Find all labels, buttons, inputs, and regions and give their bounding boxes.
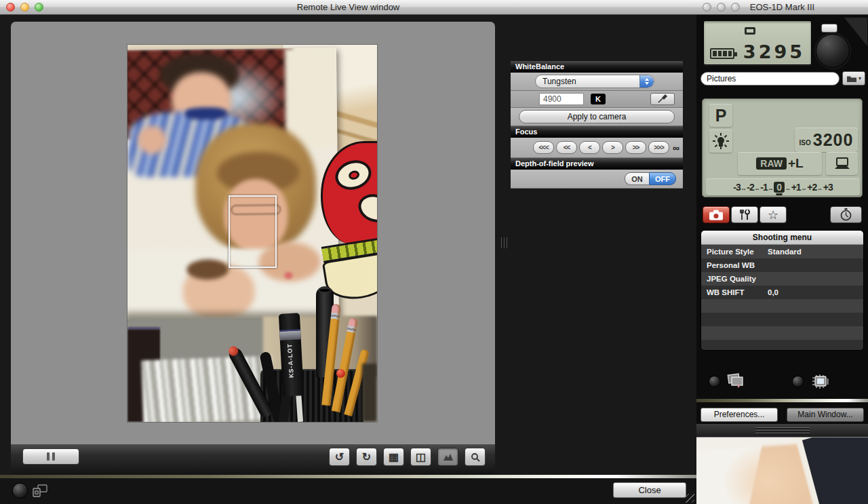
grid-button[interactable]: ▦ [383, 448, 404, 466]
corner-shadow [362, 364, 377, 422]
live-view-toolbar: ↺ ↻ ▦ ◫ [11, 444, 495, 475]
wb-preset-row: Tungsten [511, 73, 683, 91]
split-view-icon: ◫ [416, 450, 426, 463]
dof-row: ON OFF [511, 170, 683, 189]
histogram-button[interactable] [437, 448, 458, 466]
boy-hand [138, 125, 166, 154]
eyedropper-button[interactable] [650, 93, 675, 105]
camera-icon [709, 210, 724, 220]
focus-near-3-button[interactable]: >>> [648, 141, 669, 154]
split-view-button[interactable]: ◫ [410, 448, 431, 466]
scale-zero-marker: 0 [774, 182, 785, 193]
whitebalance-header: WhiteBalance [511, 61, 683, 73]
rotate-left-icon: ↺ [335, 450, 344, 463]
focus-row: <<< << < > >> >>> ∞ [511, 138, 683, 158]
pause-button[interactable] [22, 448, 79, 465]
iso-label: ISO [800, 139, 811, 147]
scale-m2: -2 [747, 182, 753, 193]
focus-far-1-button[interactable]: < [579, 141, 600, 154]
titlebar[interactable]: EOS-1D Mark III [696, 0, 868, 15]
focus-far-3-button[interactable]: <<< [533, 141, 554, 154]
kelvin-input[interactable]: 4900 [539, 93, 584, 105]
apply-to-camera-button[interactable]: Apply to camera [519, 110, 675, 123]
infinity-icon: ∞ [673, 142, 679, 153]
top-lcd-display: 3295 [703, 20, 812, 65]
grid-icon: ▦ [389, 450, 399, 463]
menu-row-picture-style[interactable]: Picture Style Standard [701, 245, 863, 258]
menu-row-jpeg-quality[interactable]: JPEG Quality [701, 272, 863, 286]
pause-icon [47, 452, 50, 461]
magnify-button[interactable] [465, 448, 486, 466]
close-window-button[interactable] [703, 3, 711, 12]
rotate-right-icon: ↻ [362, 450, 371, 463]
scale-p3: +3 [823, 182, 833, 193]
body-corner-wedge [844, 18, 867, 46]
shooting-mode[interactable]: P [709, 104, 732, 127]
popup-stepper-icon [639, 75, 654, 88]
timer-icon [840, 208, 852, 221]
tab-shooting[interactable] [703, 206, 730, 223]
focus-near-1-button[interactable]: > [602, 141, 623, 154]
rotate-right-button[interactable]: ↻ [356, 448, 377, 466]
zoom-window-button[interactable] [35, 3, 43, 12]
eyedropper-icon [656, 94, 669, 104]
folder-button[interactable]: ▾ [842, 71, 865, 85]
lamp-red-body [321, 141, 377, 244]
main-window-button[interactable]: Main Window... [787, 408, 864, 422]
close-button[interactable]: Close [613, 482, 686, 498]
dof-on-button[interactable]: ON [625, 172, 649, 185]
exposure-compensation-scale[interactable]: -3 .. -2 .. -1 .. 0 .. +1 .. +2 .. +3 [706, 178, 860, 195]
menu-row-personal-wb[interactable]: Personal WB [701, 258, 863, 272]
dof-off-button[interactable]: OFF [649, 172, 676, 185]
tab-mymenu[interactable]: ☆ [760, 206, 787, 223]
camera-control-window: EOS-1D Mark III 3295 Pictures ▾ P [696, 0, 868, 504]
metering-rect-icon [745, 27, 755, 35]
scale-m3: -3 [733, 182, 740, 193]
zoom-window-button[interactable] [731, 3, 740, 12]
battery-icon [710, 48, 734, 59]
shots-remaining: 3295 [743, 41, 805, 62]
preferences-button[interactable]: Preferences... [701, 408, 778, 422]
focus-near-2-button[interactable]: >> [625, 141, 646, 154]
remote-live-view-window: Remote Live View window [0, 0, 696, 504]
white-balance-tungsten-icon[interactable] [709, 130, 732, 153]
scale-p1: +1 [791, 182, 801, 193]
dof-header: Depth-of-field preview [511, 158, 683, 170]
tab-setup[interactable] [731, 206, 758, 223]
dropdown-arrow-icon: ▾ [859, 75, 861, 81]
live-view-stage: KS-A-LOT [11, 22, 495, 444]
drag-handle-bar[interactable] [696, 424, 868, 437]
menu-row-empty [701, 313, 863, 326]
thumb-skin-highlight [724, 444, 812, 504]
save-images-led [709, 376, 720, 387]
destination-folder-field[interactable]: Pictures [701, 72, 840, 85]
iso-setting[interactable]: ISO 3200 [795, 128, 858, 152]
rotate-left-button[interactable]: ↺ [329, 448, 350, 466]
timer-button[interactable] [830, 206, 862, 223]
wb-kelvin-row: 4900 K [511, 91, 683, 108]
menu-row-empty [701, 340, 863, 351]
jpeg-suffix: +L [788, 156, 804, 171]
raw-badge: RAW [756, 157, 787, 170]
focus-frame[interactable] [229, 195, 277, 268]
shooting-menu-rows: Picture Style Standard Personal WB JPEG … [701, 245, 863, 351]
statusbar: Close [0, 478, 696, 504]
menu-row-empty [701, 299, 863, 313]
close-window-button[interactable] [6, 3, 15, 12]
panel-splitter-handle[interactable] [501, 237, 508, 248]
zoom-preview-thumbnail[interactable] [696, 437, 868, 504]
camera-transfer-icon [33, 484, 47, 497]
save-to-computer-setting[interactable] [826, 152, 858, 175]
pause-icon [52, 452, 55, 461]
resize-grip[interactable] [686, 494, 694, 503]
image-quality-setting[interactable]: RAW +L [738, 152, 822, 175]
lamp-oval-dot [347, 170, 360, 181]
titlebar[interactable]: Remote Live View window [0, 0, 696, 15]
wb-preset-popup[interactable]: Tungsten [535, 75, 654, 88]
camera-settings-lcd: P ISO 3200 RAW +L [702, 98, 863, 197]
black-tube-opening [318, 288, 332, 293]
minimize-window-button[interactable] [20, 3, 29, 12]
minimize-window-button[interactable] [717, 3, 726, 12]
menu-row-wb-shift[interactable]: WB SHIFT 0,0 [701, 286, 863, 299]
focus-far-2-button[interactable]: << [556, 141, 577, 154]
